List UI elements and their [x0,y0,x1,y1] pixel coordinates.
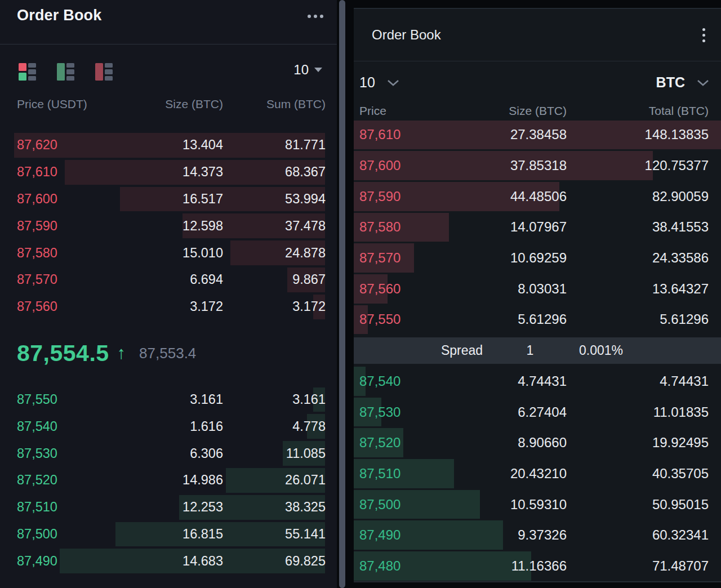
ask-row[interactable]: 87,5505.612965.61296 [354,304,721,335]
price-cell: 87,570 [359,250,431,266]
sum-cell: 60.32341 [567,527,709,543]
size-cell: 14.683 [130,554,223,569]
ask-row[interactable]: 87,59044.4850682.90059 [354,181,721,212]
bid-row[interactable]: 87,50016.81555.141 [0,521,337,548]
price-cell: 87,500 [17,527,130,542]
size-cell: 10.59310 [431,497,567,513]
spread-percent: 0.001% [579,343,623,358]
panel-title: Order Book [17,7,102,24]
bid-row[interactable]: 87,5306.2740411.01835 [354,397,721,427]
spread-label: Spread [441,343,483,358]
depth-selector[interactable]: 10 [359,74,400,91]
col-size: Size (BTC) [431,104,567,118]
more-options-icon[interactable] [308,15,323,18]
sum-cell: 9.867 [223,272,326,287]
sum-cell: 19.92495 [567,435,709,451]
orderbook-panel-right: Order Book 10 BTC Price Size (BTC) Total… [354,8,721,582]
depth-selector[interactable]: 10 [293,62,322,78]
bid-row[interactable]: 87,5401.6164.778 [0,413,337,440]
sum-cell: 38.41553 [567,219,709,235]
ask-row[interactable]: 87,59012.59837.478 [0,212,337,239]
price-cell: 87,520 [17,473,130,488]
ask-row[interactable]: 87,57010.6925924.33586 [354,243,721,274]
sum-cell: 4.74431 [567,373,709,389]
split-book-view-icon[interactable] [19,63,36,81]
asset-value: BTC [656,74,685,91]
column-headers: Price (USDT) Size (BTC) Sum (BTC) [0,96,337,113]
panel-header: Order Book [0,0,337,44]
sum-cell: 68.367 [223,164,326,180]
sum-cell: 11.085 [223,446,326,461]
size-cell: 20.43210 [431,466,567,482]
price-cell: 87,540 [359,373,431,389]
bid-row[interactable]: 87,51020.4321040.35705 [354,458,721,489]
ask-row[interactable]: 87,5706.6949.867 [0,266,337,293]
caret-down-icon [314,68,322,72]
size-cell: 3.172 [130,299,223,314]
sum-cell: 148.13835 [567,127,709,142]
ask-row[interactable]: 87,62013.40481.771 [0,132,337,159]
bid-row[interactable]: 87,5503.1613.161 [0,386,337,413]
sum-cell: 82.90059 [567,189,709,204]
size-cell: 37.85318 [431,158,567,173]
sum-cell: 11.01835 [567,404,709,420]
size-cell: 14.07967 [431,219,567,235]
size-cell: 4.74431 [431,373,567,389]
more-options-icon[interactable] [702,28,705,42]
bid-row[interactable]: 87,49014.68369.825 [0,547,337,574]
sum-cell: 40.35705 [567,466,709,482]
size-cell: 6.694 [130,272,223,287]
panel-divider [337,0,354,588]
bid-row[interactable]: 87,5208.9066019.92495 [354,427,721,458]
ask-row[interactable]: 87,5603.1723.172 [0,293,337,320]
size-cell: 6.27404 [431,404,567,420]
size-cell: 15.010 [130,246,223,261]
asks-list: 87,61027.38458148.1383587,60037.85318120… [354,119,721,335]
size-cell: 6.306 [130,446,223,461]
ask-row[interactable]: 87,61014.37368.367 [0,159,337,186]
sum-cell: 3.161 [223,392,326,407]
size-cell: 14.373 [130,164,223,180]
bid-row[interactable]: 87,5404.744314.74431 [354,366,721,397]
size-cell: 44.48506 [431,189,567,204]
scrollbar-thumb[interactable] [339,0,345,588]
orderbook-panel-left: Order Book 10 Price (USDT) Size (BTC) Su… [0,0,337,588]
sum-cell: 24.878 [223,246,326,261]
bid-row[interactable]: 87,52014.98626.071 [0,467,337,494]
price-cell: 87,540 [17,419,130,434]
size-cell: 10.69259 [431,250,567,266]
price-cell: 87,590 [359,189,431,204]
asks-list: 87,62013.40481.77187,61014.37368.36787,6… [0,132,337,320]
bid-row[interactable]: 87,50010.5931050.95015 [354,489,721,520]
ask-row[interactable]: 87,60016.51753.994 [0,186,337,213]
chevron-down-icon [696,79,710,87]
bid-row[interactable]: 87,48011.1636671.48707 [354,551,721,582]
col-price: Price (USDT) [17,97,130,111]
price-cell: 87,580 [17,246,130,261]
ask-row[interactable]: 87,60037.85318120.75377 [354,150,721,181]
last-price: 87,554.5 [17,340,109,367]
spread-value: 1 [527,343,534,358]
size-cell: 8.90660 [431,435,567,451]
bids-only-view-icon[interactable] [57,63,74,81]
sum-cell: 81.771 [223,137,326,153]
ask-row[interactable]: 87,58014.0796738.41553 [354,212,721,243]
orderbook-toolbar: 10 [0,59,337,86]
asks-only-view-icon[interactable] [95,63,113,81]
ask-row[interactable]: 87,5608.0303113.64327 [354,273,721,304]
asset-selector[interactable]: BTC [656,74,710,91]
ask-row[interactable]: 87,61027.38458148.13835 [354,119,721,150]
price-cell: 87,510 [17,500,130,515]
bid-row[interactable]: 87,5306.30611.085 [0,440,337,467]
orderbook-rows: 87,62013.40481.77187,61014.37368.36787,6… [0,132,337,574]
bid-row[interactable]: 87,51012.25338.325 [0,494,337,521]
size-cell: 16.517 [130,191,223,207]
last-price-row[interactable]: 87,554.5 ↑ 87,553.4 [0,320,337,386]
ask-row[interactable]: 87,58015.01024.878 [0,239,337,266]
column-headers: Price Size (BTC) Total (BTC) [354,103,721,119]
bid-row[interactable]: 87,4909.3732660.32341 [354,520,721,551]
price-cell: 87,550 [359,311,431,327]
size-cell: 11.16366 [431,558,567,574]
sum-cell: 26.071 [223,473,326,488]
sum-cell: 55.141 [223,527,326,542]
